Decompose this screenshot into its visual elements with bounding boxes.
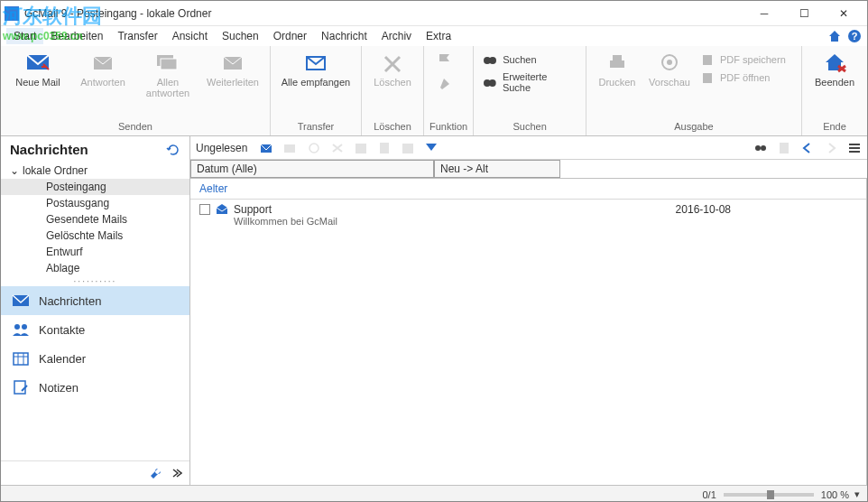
- delete-button[interactable]: Löschen: [367, 48, 418, 91]
- disk-icon[interactable]: [401, 142, 415, 154]
- group-funktion-label: Funktion: [429, 119, 467, 134]
- receive-all-label: Alle empfangen: [282, 77, 350, 88]
- mail-action-icon[interactable]: [260, 142, 274, 154]
- forward-label: Weiterleiten: [207, 77, 259, 88]
- exit-button[interactable]: Beenden: [808, 48, 862, 91]
- exit-label: Beenden: [815, 77, 854, 88]
- maximize-button[interactable]: ☐: [784, 2, 824, 25]
- print-button[interactable]: Drucken: [592, 48, 642, 91]
- svg-point-28: [309, 144, 319, 153]
- doc-icon[interactable]: [377, 142, 392, 154]
- find-icon[interactable]: [753, 142, 768, 154]
- preview-label: Vorschau: [649, 77, 690, 88]
- zoom-slider[interactable]: [724, 493, 814, 497]
- menu-transfer[interactable]: Transfer: [110, 28, 164, 44]
- svg-rect-30: [380, 143, 389, 153]
- group-suchen-label: Suchen: [479, 119, 580, 134]
- refresh-sm-icon[interactable]: [307, 142, 321, 154]
- mail-cancel-icon[interactable]: [283, 142, 298, 154]
- group-transfer-label: Transfer: [276, 119, 356, 134]
- svg-rect-29: [356, 144, 366, 153]
- reply-all-button[interactable]: Allen antworten: [136, 48, 199, 102]
- help-icon[interactable]: ?: [847, 29, 862, 43]
- prev-icon[interactable]: [800, 142, 815, 154]
- svg-rect-17: [703, 73, 712, 83]
- folder-draft[interactable]: Entwurf: [1, 244, 189, 260]
- svg-rect-25: [14, 381, 25, 394]
- nav-notes[interactable]: Notizen: [1, 373, 189, 402]
- zoom-dropdown-icon[interactable]: ▾: [854, 488, 860, 500]
- forward-button[interactable]: Weiterleiten: [201, 48, 264, 91]
- column-sort[interactable]: Neu -> Alt: [434, 160, 560, 178]
- menu-icon[interactable]: [847, 142, 862, 154]
- sidebar-title: Nachrichten: [10, 142, 88, 157]
- home-exit-icon: [822, 51, 847, 73]
- titlebar: GcMail 9 - Posteingang - lokale Ordner ─…: [1, 1, 867, 26]
- extended-search-label: Erweiterte Suche: [503, 71, 577, 93]
- reply-button[interactable]: Antworten: [71, 48, 134, 91]
- menu-ordner[interactable]: Ordner: [266, 28, 314, 44]
- printer-icon: [605, 51, 630, 73]
- message-checkbox[interactable]: [199, 204, 210, 215]
- svg-rect-5: [161, 59, 177, 70]
- next-icon[interactable]: [824, 142, 838, 154]
- nav-contacts[interactable]: Kontakte: [1, 315, 189, 344]
- folder-sent[interactable]: Gesendete Mails: [1, 211, 189, 228]
- group-ende-label: Ende: [808, 119, 862, 134]
- home-small-icon[interactable]: [827, 29, 842, 43]
- highlight-icon[interactable]: [437, 75, 455, 91]
- delete-sm-icon[interactable]: [330, 142, 345, 154]
- nav-notes-label: Notizen: [39, 381, 78, 395]
- column-date[interactable]: Datum (Alle): [190, 160, 434, 178]
- page-icon[interactable]: [777, 142, 791, 154]
- folder-inbox[interactable]: Posteingang: [1, 179, 189, 195]
- pdf-icon: [700, 53, 715, 66]
- receive-all-button[interactable]: Alle empfangen: [276, 48, 356, 91]
- svg-point-15: [667, 60, 672, 65]
- menu-suchen[interactable]: Suchen: [215, 28, 266, 44]
- preview-button[interactable]: Vorschau: [644, 48, 695, 91]
- close-button[interactable]: ✕: [824, 2, 863, 25]
- search-button[interactable]: Suchen: [479, 51, 580, 68]
- extended-search-button[interactable]: Erweiterte Suche: [479, 70, 580, 95]
- sidebar-gripper[interactable]: ··········: [1, 276, 189, 286]
- nav-messages-label: Nachrichten: [39, 294, 101, 308]
- wrench-icon[interactable]: [150, 467, 162, 479]
- svg-rect-16: [703, 55, 712, 65]
- menu-start[interactable]: Start: [6, 28, 43, 44]
- svg-rect-21: [14, 353, 28, 365]
- save-icon[interactable]: [354, 142, 368, 154]
- new-mail-button[interactable]: Neue Mail: [6, 48, 69, 91]
- svg-point-11: [489, 79, 496, 87]
- app-icon: [5, 6, 19, 21]
- menu-nachricht[interactable]: Nachricht: [314, 28, 374, 44]
- unread-filter[interactable]: Ungelesen: [196, 142, 247, 154]
- pdf-save-button[interactable]: PDF speichern: [697, 51, 796, 68]
- binoculars-icon: [483, 53, 497, 66]
- status-zoom: 100 %: [821, 489, 849, 500]
- menu-bearbeiten[interactable]: Bearbeiten: [43, 28, 110, 44]
- menu-extra[interactable]: Extra: [419, 28, 458, 44]
- folder-root[interactable]: ⌄lokale Ordner: [1, 163, 189, 179]
- status-bar: 0/1 100 % ▾: [1, 485, 867, 502]
- minimize-button[interactable]: ─: [744, 2, 784, 25]
- folder-trash[interactable]: Gelöschte Mails: [1, 228, 189, 244]
- menu-archiv[interactable]: Archiv: [374, 28, 419, 44]
- svg-point-9: [489, 57, 496, 64]
- folder-outbox[interactable]: Postausgang: [1, 195, 189, 211]
- menu-ansicht[interactable]: Ansicht: [165, 28, 215, 44]
- message-row[interactable]: Support 2016-10-08 Willkommen bei GcMail: [190, 200, 866, 230]
- collapse-icon[interactable]: [170, 467, 182, 479]
- folder-archive[interactable]: Ablage: [1, 260, 189, 276]
- filter-icon[interactable]: [424, 142, 439, 154]
- pdf-open-button[interactable]: PDF öffnen: [697, 70, 796, 86]
- message-preview: Willkommen bei GcMail: [199, 216, 857, 227]
- group-ausgabe-label: Ausgabe: [592, 119, 796, 134]
- nav-messages[interactable]: Nachrichten: [1, 286, 189, 315]
- nav-calendar[interactable]: Kalender: [1, 344, 189, 373]
- preview-icon: [657, 51, 682, 73]
- svg-rect-31: [402, 144, 413, 153]
- flag-icon[interactable]: [437, 51, 455, 68]
- refresh-icon[interactable]: [166, 143, 180, 157]
- binoculars-icon: [483, 76, 497, 88]
